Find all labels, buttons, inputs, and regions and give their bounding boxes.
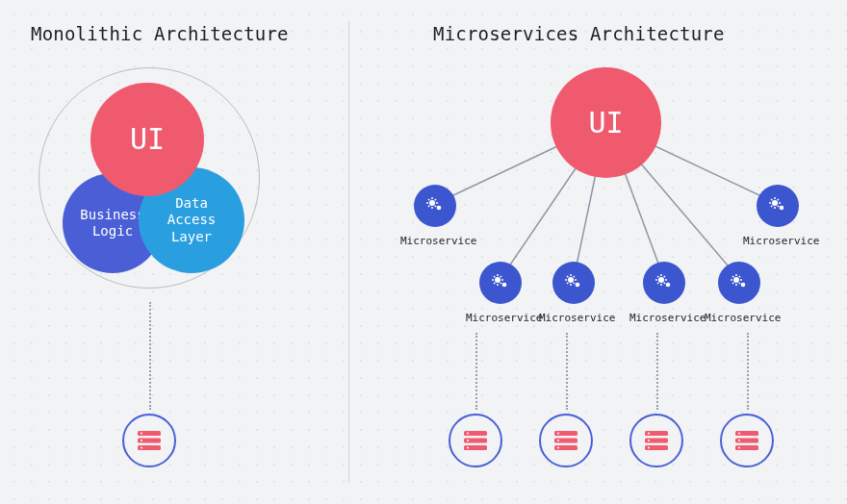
microservice-label-3: Microservice — [466, 312, 542, 324]
svg-line-21 — [435, 199, 436, 200]
svg-line-31 — [778, 199, 779, 200]
ui-node: UI — [551, 67, 661, 178]
svg-point-83 — [557, 447, 559, 449]
microservice-label-5: Microservice — [629, 312, 706, 324]
microservice-node-1 — [414, 185, 456, 227]
monolith-server-icon — [122, 414, 176, 467]
microservice-label-6: Microservice — [705, 312, 781, 324]
svg-point-12 — [429, 200, 435, 206]
svg-point-93 — [738, 433, 740, 435]
microservice-node-5 — [643, 262, 685, 304]
svg-line-68 — [732, 276, 733, 277]
monolithic-title: Monolithic Architecture — [31, 23, 289, 44]
svg-line-41 — [500, 276, 501, 277]
svg-line-50 — [567, 283, 568, 284]
svg-point-89 — [648, 447, 650, 449]
svg-point-43 — [576, 283, 580, 288]
business-logic-label: Business Logic — [80, 207, 144, 240]
svg-point-53 — [666, 283, 671, 288]
microservice-label-2: Microservice — [743, 235, 819, 247]
svg-line-39 — [500, 283, 501, 284]
svg-line-49 — [574, 283, 575, 284]
svg-point-32 — [495, 277, 500, 283]
ms-to-server-line-4 — [747, 333, 749, 410]
svg-point-75 — [467, 433, 469, 435]
svg-point-94 — [738, 440, 740, 441]
svg-line-70 — [732, 283, 733, 284]
svg-point-52 — [658, 277, 664, 283]
svg-point-62 — [733, 277, 739, 283]
microservice-label-1: Microservice — [400, 235, 476, 247]
svg-line-20 — [428, 206, 429, 207]
svg-line-18 — [428, 199, 429, 200]
svg-line-58 — [657, 276, 658, 277]
svg-point-13 — [437, 206, 442, 211]
svg-point-3 — [141, 433, 142, 435]
svg-point-42 — [568, 277, 574, 283]
monolithic-panel: Monolithic Architecture Business Logic D… — [0, 0, 346, 504]
svg-line-71 — [739, 276, 740, 277]
ms-to-server-line-3 — [656, 333, 658, 410]
svg-point-22 — [772, 200, 778, 206]
ms-to-server-line-1 — [475, 333, 477, 410]
svg-point-81 — [557, 433, 559, 435]
ui-node-label: UI — [588, 106, 623, 139]
microservice-node-2 — [757, 185, 799, 227]
server-icon-3 — [629, 414, 683, 467]
svg-line-51 — [574, 276, 575, 277]
microservices-panel: Microservices Architecture UI Microservi… — [346, 0, 847, 504]
ui-bubble-label: UI — [130, 121, 165, 158]
svg-point-23 — [780, 206, 784, 211]
microservice-label-4: Microservice — [539, 312, 615, 324]
svg-point-76 — [467, 440, 469, 441]
microservice-node-3 — [479, 262, 522, 304]
server-icon-2 — [539, 414, 593, 467]
svg-line-30 — [771, 206, 772, 207]
ui-bubble: UI — [90, 83, 204, 196]
svg-point-95 — [738, 447, 740, 449]
monolith-to-server-line — [149, 302, 151, 410]
svg-line-60 — [657, 283, 658, 284]
server-icon-1 — [449, 414, 502, 467]
svg-line-29 — [778, 206, 779, 207]
microservice-node-4 — [552, 262, 595, 304]
server-icon-4 — [720, 414, 774, 467]
data-access-label: Data Access Layer — [167, 195, 217, 246]
svg-line-38 — [494, 276, 495, 277]
svg-point-87 — [648, 433, 650, 435]
svg-line-28 — [771, 199, 772, 200]
svg-point-5 — [141, 447, 142, 449]
svg-line-48 — [567, 276, 568, 277]
svg-point-88 — [648, 440, 650, 441]
microservice-node-6 — [718, 262, 760, 304]
svg-point-33 — [502, 283, 507, 288]
svg-line-19 — [435, 206, 436, 207]
svg-line-40 — [494, 283, 495, 284]
svg-point-63 — [741, 283, 746, 288]
svg-point-77 — [467, 447, 469, 449]
svg-line-59 — [664, 283, 665, 284]
ms-to-server-line-2 — [566, 333, 568, 410]
svg-line-69 — [739, 283, 740, 284]
svg-point-4 — [141, 440, 142, 441]
svg-point-82 — [557, 440, 559, 441]
svg-line-61 — [664, 276, 665, 277]
